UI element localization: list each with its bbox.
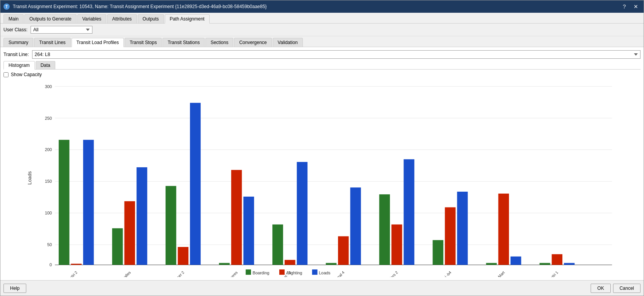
ok-button[interactable]: OK — [591, 284, 610, 293]
hd-tab-histogram[interactable]: Histogram — [3, 61, 35, 70]
user-class-label: User Class: — [3, 27, 27, 32]
app-icon: T — [3, 3, 10, 10]
user-class-row: User Class: All — [0, 24, 644, 36]
bar-alighting-1 — [71, 264, 82, 265]
content-area: Transit Line: 264: L8 HistogramData Show… — [0, 47, 644, 280]
bar-boarding-1 — [59, 140, 70, 265]
cancel-button[interactable]: Cancel — [613, 284, 641, 293]
bar-loads-1 — [83, 140, 94, 265]
sub-tab-convergence[interactable]: Convergence — [234, 38, 272, 47]
svg-text:1100: Figueres: 1100: Figueres — [217, 270, 238, 277]
bar-boarding-5 — [272, 225, 283, 265]
chart-container: Loads 300 250 200 150 100 50 — [3, 79, 641, 277]
legend-alighting-swatch — [279, 269, 285, 275]
sub-tab-transit-lines[interactable]: Transit Lines — [34, 38, 70, 47]
main-tab-variables[interactable]: Variables — [77, 14, 106, 23]
svg-text:250: 250 — [45, 116, 52, 121]
bar-boarding-6 — [326, 263, 337, 265]
bar-alighting-5 — [285, 260, 296, 265]
help-title-button[interactable]: ? — [620, 3, 628, 10]
bar-boarding-8 — [433, 240, 444, 265]
main-tab-outputs[interactable]: Outputs — [138, 14, 164, 23]
svg-text:1114: Camp de Mart: 1114: Camp de Mart — [478, 270, 506, 277]
bar-boarding-7 — [379, 194, 390, 265]
bar-loads-2 — [137, 167, 147, 265]
bar-alighting-2 — [124, 201, 135, 265]
bar-alighting-7 — [391, 225, 402, 265]
main-tabs: MainOutputs to GenerateVariablesAttribut… — [0, 13, 644, 24]
main-tab-path-assignment[interactable]: Path Assignment — [165, 14, 210, 24]
bar-alighting-4 — [231, 170, 242, 265]
show-capacity-row: Show Capacity — [3, 72, 641, 77]
bar-alighting-8 — [445, 207, 456, 265]
sub-tab-transit-load-profiles[interactable]: Transit Load Profiles — [72, 38, 124, 47]
histogram-data-tabs: HistogramData — [3, 61, 641, 70]
sub-tab-validation[interactable]: Validation — [273, 38, 303, 47]
chart-svg: Loads 300 250 200 150 100 50 — [3, 79, 641, 277]
y-axis-label: Loads — [27, 171, 32, 185]
svg-text:1093: Uni -b4: 1093: Uni -b4 — [433, 270, 452, 277]
bar-loads-8 — [457, 192, 468, 265]
svg-text:1106: Garrofers 2: 1106: Garrofers 2 — [374, 270, 398, 277]
svg-text:1121: Cementiri 2: 1121: Cementiri 2 — [54, 270, 78, 277]
bar-alighting-10 — [552, 254, 562, 265]
svg-text:1104: Portal Roser 2: 1104: Portal Roser 2 — [157, 270, 185, 277]
svg-text:50: 50 — [47, 242, 52, 247]
hd-tab-data[interactable]: Data — [36, 61, 55, 69]
bar-loads-6 — [350, 187, 361, 265]
bar-boarding-3 — [166, 186, 176, 265]
bar-loads-9 — [511, 257, 521, 265]
bar-boarding-9 — [486, 263, 497, 265]
bar-loads-7 — [404, 159, 415, 265]
bar-loads-4 — [243, 197, 254, 265]
sub-tabs: SummaryTransit LinesTransit Load Profile… — [0, 36, 644, 47]
bar-alighting-3 — [178, 247, 189, 265]
sub-tab-summary[interactable]: Summary — [3, 38, 33, 47]
svg-text:300: 300 — [45, 84, 52, 89]
transit-line-label: Transit Line: — [3, 52, 29, 57]
svg-text:100: 100 — [45, 211, 52, 215]
sub-tab-sections[interactable]: Sections — [205, 38, 233, 47]
main-tab-outputs-to-generate[interactable]: Outputs to Generate — [24, 14, 77, 23]
sub-tab-transit-stops[interactable]: Transit Stops — [125, 38, 162, 47]
main-tab-main[interactable]: Main — [3, 14, 24, 23]
sub-tab-transit-stations[interactable]: Transit Stations — [162, 38, 205, 47]
legend-loads-swatch — [312, 269, 318, 275]
legend-loads-label: Loads — [319, 270, 331, 275]
svg-text:150: 150 — [45, 179, 52, 184]
show-capacity-checkbox[interactable] — [3, 72, 9, 77]
window-title: Transit Assignment Experiment: 10543, Na… — [13, 4, 267, 9]
bar-alighting-6 — [338, 236, 349, 265]
bar-boarding-2 — [112, 228, 123, 265]
bar-alighting-9 — [498, 194, 509, 265]
transit-line-select[interactable]: 264: L8 — [32, 50, 641, 59]
bar-loads-3 — [190, 103, 201, 265]
title-bar: T Transit Assignment Experiment: 10543, … — [0, 0, 644, 13]
transit-line-row: Transit Line: 264: L8 — [3, 50, 641, 59]
legend-boarding-swatch — [246, 269, 251, 275]
main-window: T Transit Assignment Experiment: 10543, … — [0, 0, 644, 296]
bar-boarding-4 — [219, 263, 230, 265]
close-button[interactable]: ✕ — [631, 3, 641, 10]
bar-loads-10 — [564, 263, 575, 265]
svg-text:200: 200 — [45, 147, 52, 152]
bar-loads-5 — [297, 162, 307, 265]
main-tab-attributes[interactable]: Attributes — [107, 14, 137, 23]
legend-alighting-label: Alighting — [286, 270, 302, 275]
legend-boarding-label: Boarding — [253, 270, 269, 275]
svg-text:0: 0 — [50, 262, 52, 267]
show-capacity-label: Show Capacity — [11, 72, 42, 77]
bar-boarding-10 — [540, 263, 550, 265]
svg-text:1113: Muralles: 1113: Muralles — [111, 270, 132, 277]
svg-text:1122: Cementiri 1: 1122: Cementiri 1 — [535, 270, 559, 277]
user-class-select[interactable]: All — [31, 26, 92, 34]
help-button[interactable]: Help — [3, 284, 26, 293]
footer: Help OK Cancel — [0, 280, 644, 296]
